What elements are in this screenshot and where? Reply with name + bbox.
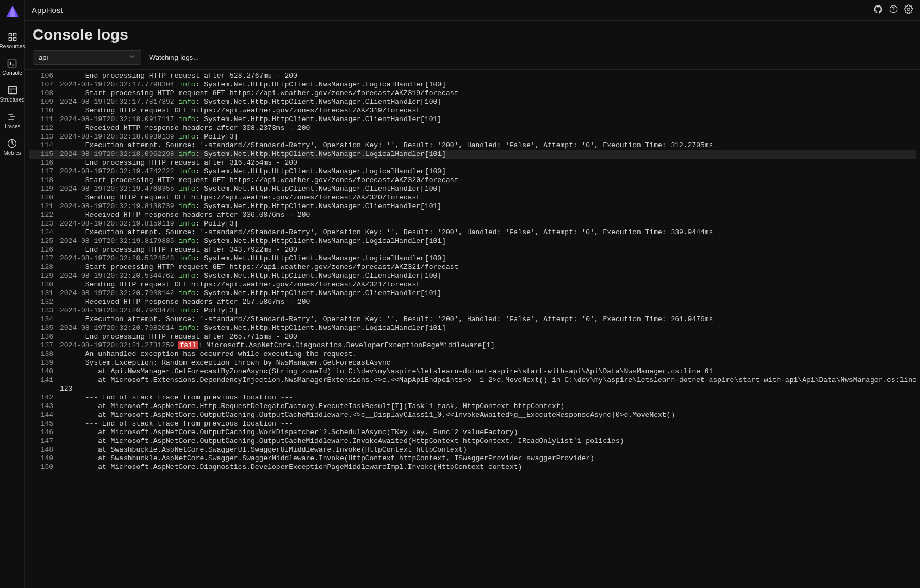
nav-label: Resources [0,43,25,49]
line-number: 131 [29,289,53,298]
log-row-continuation[interactable]: 123 [29,385,916,393]
log-row[interactable]: 116 End processing HTTP request after 31… [29,159,916,167]
line-number: 106 [29,72,53,80]
log-row[interactable]: 120 Sending HTTP request GET https://api… [29,193,916,202]
svg-rect-1 [13,33,16,36]
log-line: 2024-08-19T20:32:20.7982014 info: System… [60,324,446,333]
log-row[interactable]: 1292024-08-19T20:32:20.5344762 info: Sys… [29,272,916,280]
log-row[interactable]: 1232024-08-19T20:32:19.8159119 info: Pol… [29,220,916,228]
line-number: 147 [29,437,53,446]
resource-dropdown[interactable]: api [33,50,141,65]
log-line: Start processing HTTP request GET https:… [60,263,458,272]
line-number: 141 [29,376,53,385]
log-row[interactable]: 142 --- End of stack trace from previous… [29,393,916,402]
log-row[interactable]: 140 at Api.NwsManager.GetForecastByZoneA… [29,367,916,376]
chevron-down-icon [129,53,135,61]
line-number: 144 [29,411,53,420]
log-row[interactable]: 141 at Microsoft.Extensions.DependencyIn… [29,376,916,385]
log-row[interactable]: 1112024-08-19T20:32:18.0917117 info: Sys… [29,115,916,124]
line-number: 150 [29,463,53,472]
log-row[interactable]: 150 at Microsoft.AspNetCore.Diagnostics.… [29,463,916,472]
log-row[interactable]: 130 Sending HTTP request GET https://api… [29,280,916,289]
log-row[interactable]: 1252024-08-19T20:32:19.8179885 info: Sys… [29,237,916,246]
log-row[interactable]: 146 at Microsoft.AspNetCore.OutputCachin… [29,428,916,437]
line-number: 110 [29,107,53,115]
log-row[interactable]: 134 Execution attempt. Source: '-standar… [29,315,916,324]
help-icon[interactable] [888,4,898,16]
topbar: AppHost [25,0,920,21]
svg-point-8 [907,8,910,11]
line-number: 122 [29,211,53,220]
nav-traces[interactable]: Traces [4,111,20,129]
log-line: 2024-08-19T20:32:17.7817392 info: System… [60,98,442,107]
log-row[interactable]: 1152024-08-19T20:32:18.0962298 info: Sys… [29,150,916,159]
log-row[interactable]: 1132024-08-19T20:32:18.0939139 info: Pol… [29,133,916,141]
log-row[interactable]: 110 Sending HTTP request GET https://api… [29,107,916,115]
log-line: Received HTTP response headers after 308… [60,124,310,133]
log-row[interactable]: 1272024-08-19T20:32:20.5324548 info: Sys… [29,254,916,263]
log-row[interactable]: 139 System.Exception: Random exception t… [29,359,916,367]
nav-console[interactable]: Console [2,58,22,76]
log-line: 2024-08-19T20:32:19.4742222 info: System… [60,167,446,176]
log-row[interactable]: 1192024-08-19T20:32:19.4760355 info: Sys… [29,185,916,193]
log-row[interactable]: 114 Execution attempt. Source: '-standar… [29,141,916,150]
line-number: 115 [29,150,53,159]
nav-label: Traces [4,123,20,129]
log-line: Execution attempt. Source: '-standard//S… [60,228,713,237]
log-row[interactable]: 148 at Swashbuckle.AspNetCore.SwaggerUI.… [29,446,916,454]
log-line: 2024-08-19T20:32:18.0917117 info: System… [60,115,442,124]
log-row[interactable]: 132 Received HTTP response headers after… [29,298,916,306]
log-row[interactable]: 126 End processing HTTP request after 34… [29,246,916,254]
log-row[interactable]: 118 Start processing HTTP request GET ht… [29,176,916,185]
log-row[interactable]: 147 at Microsoft.AspNetCore.OutputCachin… [29,437,916,446]
app-title: AppHost [32,5,873,15]
log-row[interactable]: 143 at Microsoft.AspNetCore.Http.Request… [29,402,916,411]
page-title: Console logs [25,21,920,47]
log-row[interactable]: 1072024-08-19T20:32:17.7798304 info: Sys… [29,80,916,89]
log-row[interactable]: 128 Start processing HTTP request GET ht… [29,263,916,272]
log-row[interactable]: 112 Received HTTP response headers after… [29,124,916,133]
line-number: 111 [29,115,53,124]
log-line: Sending HTTP request GET https://api.wea… [60,280,420,289]
log-row[interactable]: 136 End processing HTTP request after 26… [29,333,916,341]
log-row[interactable]: 108 Start processing HTTP request GET ht… [29,89,916,98]
nav-resources[interactable]: Resources [0,32,25,49]
log-row[interactable]: 1212024-08-19T20:32:19.8138739 info: Sys… [29,202,916,211]
nav-structured[interactable]: Structured [0,85,25,103]
line-number: 132 [29,298,53,306]
log-row[interactable]: 145 --- End of stack trace from previous… [29,420,916,428]
log-row[interactable]: 106 End processing HTTP request after 52… [29,72,916,80]
line-number: 125 [29,237,53,246]
log-row[interactable]: 138 An unhandled exception has occurred … [29,350,916,359]
log-row[interactable]: 1352024-08-19T20:32:20.7982014 info: Sys… [29,324,916,333]
line-number [29,385,53,393]
log-line: 2024-08-19T20:32:19.4760355 info: System… [60,185,442,193]
line-number: 138 [29,350,53,359]
log-row[interactable]: 1172024-08-19T20:32:19.4742222 info: Sys… [29,167,916,176]
log-row[interactable]: 1092024-08-19T20:32:17.7817392 info: Sys… [29,98,916,107]
github-icon[interactable] [873,4,883,16]
log-row[interactable]: 144 at Microsoft.AspNetCore.OutputCachin… [29,411,916,420]
settings-icon[interactable] [904,4,913,16]
line-number: 139 [29,359,53,367]
line-number: 108 [29,89,53,98]
log-line: at Swashbuckle.AspNetCore.Swagger.Swagge… [60,454,594,463]
svg-rect-3 [13,38,16,41]
log-row[interactable]: 124 Execution attempt. Source: '-standar… [29,228,916,237]
log-row[interactable]: 1372024-08-19T20:32:21.2731259 fail: Mic… [29,341,916,350]
dropdown-value: api [39,53,48,61]
line-number: 113 [29,133,53,141]
log-row[interactable]: 1312024-08-19T20:32:20.7938142 info: Sys… [29,289,916,298]
log-row[interactable]: 149 at Swashbuckle.AspNetCore.Swagger.Sw… [29,454,916,463]
line-number: 128 [29,263,53,272]
nav-metrics[interactable]: Metrics [3,138,21,156]
log-viewer[interactable]: 106 End processing HTTP request after 52… [25,70,920,588]
log-line: --- End of stack trace from previous loc… [60,420,293,428]
log-row[interactable]: 122 Received HTTP response headers after… [29,211,916,220]
log-line: Start processing HTTP request GET https:… [60,176,458,185]
app-logo-icon [5,4,20,20]
line-number: 112 [29,124,53,133]
log-row[interactable]: 1332024-08-19T20:32:20.7963478 info: Pol… [29,306,916,315]
svg-rect-2 [9,38,11,41]
log-line: 2024-08-19T20:32:20.5324548 info: System… [60,254,446,263]
